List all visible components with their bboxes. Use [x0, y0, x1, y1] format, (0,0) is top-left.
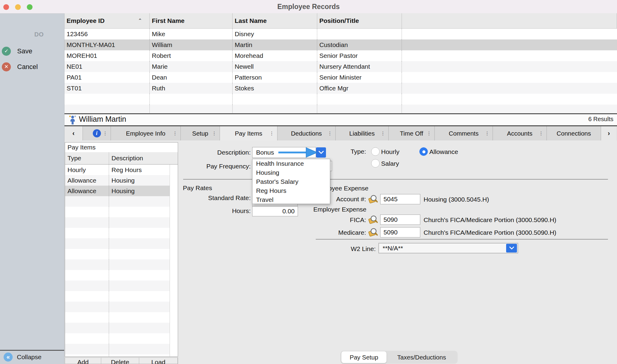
tab-scroll-left[interactable]: ‹: [64, 126, 83, 140]
chevron-down-icon: [509, 246, 514, 250]
tab-menu-dots-icon[interactable]: ⋮: [485, 126, 490, 140]
scrollbar-track[interactable]: [170, 175, 178, 186]
delete-button[interactable]: Delete: [101, 358, 139, 364]
pay-item-type: [65, 323, 109, 333]
account-lookup-icon[interactable]: [368, 194, 378, 204]
tab-menu-dots-icon[interactable]: ⋮: [327, 126, 332, 140]
tab-connections[interactable]: Connections: [547, 126, 601, 140]
table-cell: MONTHLY-MA01: [64, 39, 150, 50]
pay-item-row[interactable]: AllowanceHousing: [65, 175, 178, 186]
column-header-first-name[interactable]: First Name: [150, 13, 233, 28]
table-cell: Senior Minister: [317, 72, 402, 83]
tab-pay-items[interactable]: Pay Items⋮: [220, 126, 277, 140]
column-header-last-name[interactable]: Last Name: [233, 13, 317, 28]
pay-item-row[interactable]: AllowanceHousing: [65, 186, 178, 196]
scrollbar-track[interactable]: [170, 344, 178, 354]
scrollbar-track[interactable]: [170, 238, 178, 249]
dropdown-option[interactable]: Reg Hours: [252, 186, 330, 195]
column-header-extra[interactable]: [402, 13, 617, 28]
tab-info[interactable]: i⋮: [83, 126, 111, 140]
pay-items-table-body: HourlyReg HoursAllowanceHousingAllowance…: [65, 165, 178, 357]
bottom-tab-pay-setup[interactable]: Pay Setup: [341, 351, 387, 363]
scrollbar-track[interactable]: [170, 354, 178, 357]
w2-line-combo-button[interactable]: [506, 244, 517, 253]
collapse-chevrons-icon: «: [4, 353, 13, 362]
pay-items-column-type[interactable]: Type: [65, 152, 109, 164]
tab-menu-dots-icon[interactable]: ⋮: [173, 126, 177, 140]
account-number-field[interactable]: 5045: [380, 194, 420, 204]
scrollbar-track[interactable]: [170, 302, 178, 312]
scrollbar-track[interactable]: [170, 333, 178, 344]
cancel-button[interactable]: ✕ Cancel: [0, 62, 64, 73]
radio-circle-icon[interactable]: [371, 159, 380, 168]
tab-menu-dots-icon[interactable]: ⋮: [103, 126, 108, 140]
save-button[interactable]: ✓ Save: [0, 47, 64, 58]
scrollbar-track[interactable]: [170, 291, 178, 302]
pay-item-row[interactable]: HourlyReg Hours: [65, 165, 178, 175]
tab-time-off[interactable]: Time Off⋮: [389, 126, 435, 140]
fica-lookup-icon[interactable]: [368, 215, 378, 224]
hours-field[interactable]: 0.00: [252, 206, 298, 216]
tab-deductions[interactable]: Deductions⋮: [277, 126, 336, 140]
bottom-tab-taxes-deductions[interactable]: Taxes/Deductions: [387, 351, 457, 363]
scrollbar-track[interactable]: [170, 186, 178, 196]
scrollbar-track[interactable]: [170, 270, 178, 281]
load-button[interactable]: Load: [139, 358, 178, 364]
medicare-description: Church's FICA/Medicare Portion (3000.509…: [424, 229, 556, 236]
tab-liabilities[interactable]: Liabilities⋮: [336, 126, 389, 140]
radio-label-hourly: Hourly: [381, 148, 399, 155]
dropdown-option[interactable]: Health Insurance: [252, 159, 330, 168]
pay-item-type: [65, 249, 109, 259]
pay-items-column-description[interactable]: Description: [109, 152, 178, 164]
scrollbar-track[interactable]: [170, 228, 178, 238]
tab-comments[interactable]: Comments⋮: [435, 126, 493, 140]
sidebar-divider: [0, 350, 64, 351]
scrollbar-track[interactable]: [170, 312, 178, 323]
scrollbar-track[interactable]: [170, 281, 178, 291]
scrollbar-track[interactable]: [170, 196, 178, 207]
dropdown-option[interactable]: Pastor's Salary: [252, 177, 330, 186]
table-cell: [64, 105, 150, 113]
w2-line-combo[interactable]: **N/A**: [378, 243, 518, 253]
tab-scroll-right[interactable]: ›: [601, 126, 617, 140]
scrollbar-track[interactable]: [170, 323, 178, 333]
employee-records-window: Employee Records DO ✓ Save ✕ Cancel « Co…: [0, 0, 617, 364]
dropdown-option[interactable]: Housing: [252, 168, 330, 177]
scrollbar-track[interactable]: [170, 217, 178, 228]
fica-account-field[interactable]: 5090: [380, 215, 420, 225]
dropdown-option[interactable]: Travel: [252, 195, 330, 204]
tab-menu-dots-icon[interactable]: ⋮: [427, 126, 431, 140]
tab-menu-dots-icon[interactable]: ⋮: [539, 126, 543, 140]
radio-circle-icon[interactable]: [419, 147, 428, 156]
table-row[interactable]: 123456MikeDisney: [64, 29, 617, 39]
medicare-lookup-icon[interactable]: [368, 227, 378, 237]
tab-menu-dots-icon[interactable]: ⋮: [381, 126, 385, 140]
pay-item-description: [109, 354, 170, 357]
table-row[interactable]: NE01MarieNewellNursery Attendant: [64, 61, 617, 72]
pay-item-description: [109, 228, 170, 238]
radio-circle-icon[interactable]: [371, 147, 380, 156]
table-row[interactable]: MOREH01RobertMoreheadSenior Pastor: [64, 50, 617, 61]
medicare-account-field[interactable]: 5090: [380, 227, 420, 237]
table-cell: Morehead: [233, 50, 317, 61]
tab-setup[interactable]: Setup⋮: [181, 126, 220, 140]
tab-accounts[interactable]: Accounts⋮: [493, 126, 547, 140]
table-row[interactable]: MONTHLY-MA01WilliamMartinCustodian: [64, 39, 617, 50]
tab-employee-info[interactable]: Employee Info⋮: [111, 126, 181, 140]
table-cell: ST01: [64, 83, 150, 94]
record-name: William Martin: [79, 115, 126, 124]
pay-item-type: Hourly: [65, 165, 109, 175]
tab-menu-dots-icon[interactable]: ⋮: [269, 126, 274, 140]
add-button[interactable]: Add: [65, 358, 101, 364]
column-header-employee-id[interactable]: Employee ID⌃: [64, 13, 150, 28]
table-row[interactable]: ST01RuthStokesOffice Mgr: [64, 83, 617, 94]
tab-menu-dots-icon[interactable]: ⋮: [212, 126, 217, 140]
scrollbar-track[interactable]: [170, 165, 178, 175]
collapse-button[interactable]: « Collapse: [0, 351, 64, 364]
scrollbar-track[interactable]: [170, 249, 178, 259]
scrollbar-track[interactable]: [170, 207, 178, 217]
table-cell: William: [150, 39, 233, 50]
scrollbar-track[interactable]: [170, 259, 178, 270]
column-header-position-title[interactable]: Position/Title: [317, 13, 402, 28]
table-row[interactable]: PA01DeanPattersonSenior Minister: [64, 72, 617, 83]
